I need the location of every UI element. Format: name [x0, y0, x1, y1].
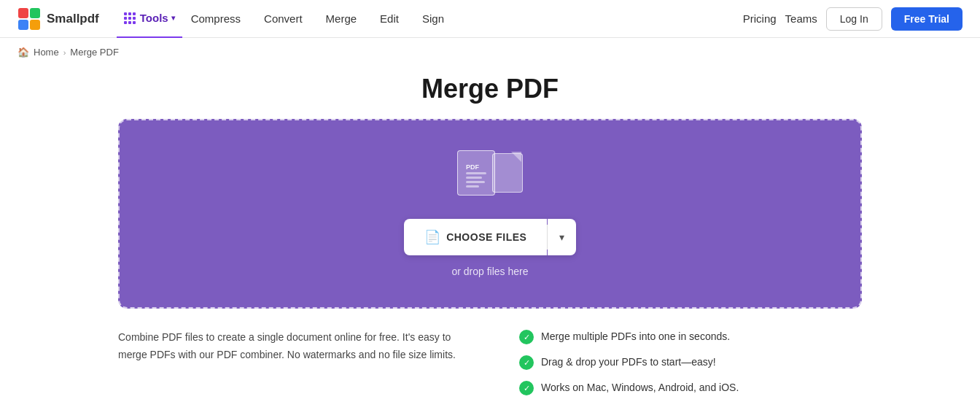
info-section: Combine PDF files to create a single doc… [118, 329, 862, 406]
header-right: Pricing Teams Log In Free Trial [743, 7, 962, 31]
chevron-down-icon: ▾ [559, 231, 564, 243]
free-trial-button[interactable]: Free Trial [891, 7, 962, 31]
nav-compress[interactable]: Compress [182, 0, 249, 38]
svg-rect-1 [30, 8, 40, 18]
main-nav: Compress Convert Merge Edit Sign [182, 0, 743, 38]
feature-text-2: Drag & drop your PDFs to start—easy! [541, 355, 716, 370]
breadcrumb-separator: › [63, 48, 66, 57]
file-icon: 📄 [424, 229, 441, 245]
nav-convert[interactable]: Convert [255, 0, 311, 38]
logo[interactable]: Smallpdf [18, 7, 99, 31]
teams-link[interactable]: Teams [785, 12, 817, 25]
feature-item-2: ✓ Drag & drop your PDFs to start—easy! [519, 355, 862, 370]
drop-hint: or drop files here [451, 266, 528, 277]
choose-files-dropdown[interactable]: ▾ [548, 219, 576, 255]
pricing-link[interactable]: Pricing [743, 12, 777, 25]
check-icon-3: ✓ [519, 381, 534, 395]
feature-item-3: ✓ Works on Mac, Windows, Android, and iO… [519, 380, 862, 395]
nav-merge[interactable]: Merge [317, 0, 366, 38]
feature-item-1: ✓ Merge multiple PDFs into one in second… [519, 329, 862, 344]
breadcrumb-home[interactable]: Home [34, 47, 59, 58]
check-icon-1: ✓ [519, 330, 534, 344]
main-content: Merge PDF PDF [0, 66, 980, 410]
doc-corner-icon [511, 152, 521, 162]
header: Smallpdf Tools ▾ Compress Convert Merge … [0, 0, 980, 38]
tools-button[interactable]: Tools ▾ [117, 0, 182, 38]
feature-text-1: Merge multiple PDFs into one in seconds. [541, 329, 730, 344]
feature-text-3: Works on Mac, Windows, Android, and iOS. [541, 380, 739, 395]
nav-sign[interactable]: Sign [413, 0, 453, 38]
logo-text: Smallpdf [47, 12, 99, 26]
svg-rect-3 [30, 20, 40, 30]
grid-icon [124, 12, 136, 24]
nav-edit[interactable]: Edit [371, 0, 408, 38]
info-description: Combine PDF files to create a single doc… [118, 329, 461, 406]
choose-files-button[interactable]: 📄 CHOOSE FILES [404, 219, 548, 255]
feature-list: ✓ Merge multiple PDFs into one in second… [519, 329, 862, 406]
pdf-doc-front: PDF [457, 150, 495, 196]
svg-rect-2 [18, 20, 28, 30]
check-icon-2: ✓ [519, 355, 534, 370]
breadcrumb: 🏠 Home › Merge PDF [0, 38, 980, 66]
svg-rect-0 [18, 8, 28, 18]
choose-files-container: 📄 CHOOSE FILES ▾ [404, 219, 577, 255]
page-title: Merge PDF [421, 74, 559, 104]
drop-zone[interactable]: PDF 📄 CHOOSE FILES [118, 119, 862, 309]
logo-icon [18, 7, 41, 31]
login-button[interactable]: Log In [826, 7, 882, 31]
breadcrumb-current: Merge PDF [70, 47, 118, 58]
pdf-illustration: PDF [457, 150, 523, 201]
home-icon: 🏠 [18, 47, 29, 58]
chevron-down-icon: ▾ [171, 14, 175, 22]
